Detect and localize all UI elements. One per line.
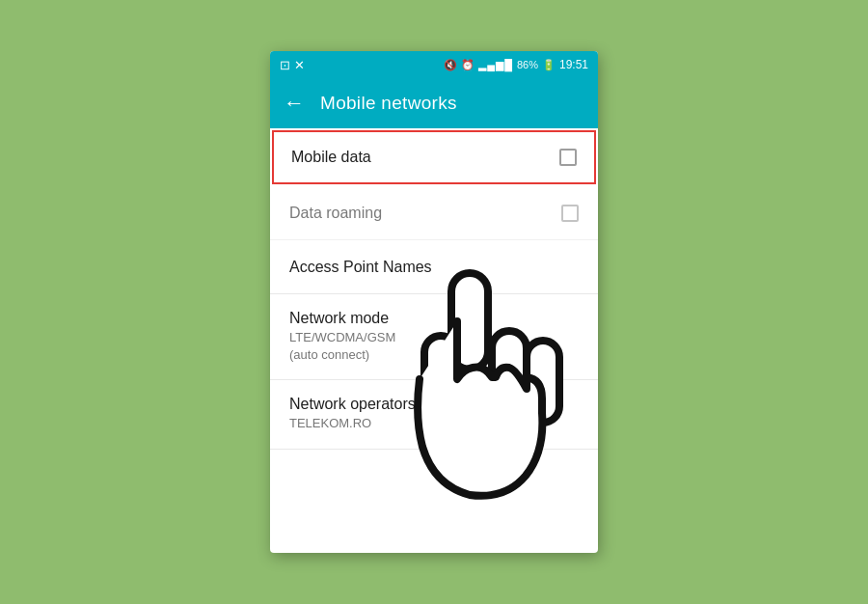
access-point-names-text: Access Point Names [289, 259, 432, 276]
status-bar: ⊡ ✕ 🔇 ⏰ ▂▄▆█ 86% 🔋 19:51 [270, 51, 598, 78]
mobile-data-label: Mobile data [291, 149, 371, 166]
network-operators-text: Network operators TELEKOM.RO [289, 396, 416, 432]
data-roaming-label: Data roaming [289, 205, 382, 222]
status-left-icons: ⊡ ✕ [280, 58, 305, 72]
mobile-data-item[interactable]: Mobile data [272, 130, 596, 184]
network-mode-subtitle: LTE/WCDMA/GSM(auto connect) [289, 329, 395, 364]
notification-icons: ⊡ ✕ [280, 58, 305, 72]
toolbar-title: Mobile networks [320, 93, 457, 114]
mobile-data-checkbox[interactable] [559, 149, 577, 166]
data-roaming-checkbox[interactable] [561, 205, 579, 222]
back-button[interactable]: ← [284, 91, 305, 116]
access-point-names-item[interactable]: Access Point Names [270, 240, 598, 294]
network-mode-text: Network mode LTE/WCDMA/GSM(auto connect) [289, 310, 395, 364]
network-mode-item[interactable]: Network mode LTE/WCDMA/GSM(auto connect) [270, 294, 598, 380]
battery-icon: 🔋 [542, 59, 556, 71]
data-roaming-item[interactable]: Data roaming [270, 186, 598, 240]
network-operators-label: Network operators [289, 396, 416, 413]
toolbar: ← Mobile networks [270, 78, 598, 128]
access-point-names-label: Access Point Names [289, 259, 432, 276]
battery-level: 86% [517, 59, 538, 70]
signal-icon: ▂▄▆█ [478, 59, 513, 71]
alarm-icon: ⏰ [461, 59, 475, 71]
settings-list: Mobile data Data roaming Access Point Na… [270, 130, 598, 450]
network-operators-subtitle: TELEKOM.RO [289, 415, 416, 432]
network-operators-item[interactable]: Network operators TELEKOM.RO [270, 380, 598, 449]
network-mode-label: Network mode [289, 310, 395, 327]
status-right-info: 🔇 ⏰ ▂▄▆█ 86% 🔋 19:51 [444, 58, 588, 71]
mute-icon: 🔇 [444, 59, 457, 71]
phone-screen: ⊡ ✕ 🔇 ⏰ ▂▄▆█ 86% 🔋 19:51 ← Mobile networ… [270, 51, 598, 553]
clock: 19:51 [559, 58, 588, 71]
